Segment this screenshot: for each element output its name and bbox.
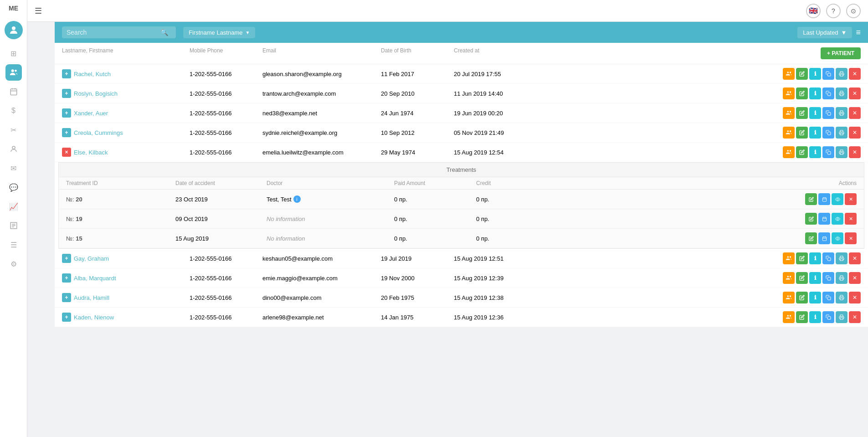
print-button[interactable] xyxy=(836,146,847,158)
patients-icon[interactable] xyxy=(5,64,22,81)
treatment-calendar-button[interactable] xyxy=(818,193,830,205)
copy-button[interactable] xyxy=(822,272,834,284)
expand-button[interactable]: + xyxy=(62,273,71,283)
doctor-info-icon[interactable]: i xyxy=(293,195,301,203)
group-button[interactable] xyxy=(783,311,795,323)
language-button[interactable]: 🇬🇧 xyxy=(806,4,821,18)
group-button[interactable] xyxy=(783,68,795,80)
delete-button[interactable]: ✕ xyxy=(849,87,861,99)
filter-icon[interactable]: ≡ xyxy=(856,28,861,37)
list-icon[interactable]: ☰ xyxy=(5,236,22,253)
expand-button[interactable]: + xyxy=(62,69,71,78)
copy-button[interactable] xyxy=(822,127,834,139)
expand-button[interactable]: + xyxy=(62,254,71,263)
reports-icon[interactable] xyxy=(5,217,22,234)
print-button[interactable] xyxy=(836,68,847,80)
info-button[interactable]: ℹ xyxy=(809,252,821,264)
mail-icon[interactable]: ✉ xyxy=(5,160,22,176)
delete-button[interactable]: ✕ xyxy=(849,127,861,139)
group-button[interactable] xyxy=(783,292,795,303)
info-button[interactable]: ℹ xyxy=(809,68,821,80)
edit-button[interactable] xyxy=(796,311,808,323)
group-button[interactable] xyxy=(783,272,795,284)
edit-button[interactable] xyxy=(796,127,808,139)
group-button[interactable] xyxy=(783,107,795,119)
dashboard-icon[interactable]: ⊞ xyxy=(5,45,22,62)
treatment-view-button[interactable] xyxy=(832,232,843,244)
info-button[interactable]: ℹ xyxy=(809,107,821,119)
expand-button[interactable]: + xyxy=(62,313,71,322)
calendar-icon[interactable] xyxy=(5,83,22,100)
patient-name-link[interactable]: Creola, Cummings xyxy=(74,129,123,136)
hamburger-button[interactable]: ☰ xyxy=(35,6,42,16)
info-button[interactable]: ℹ xyxy=(809,146,821,158)
treatment-delete-button[interactable]: ✕ xyxy=(845,193,857,205)
search-input[interactable] xyxy=(67,29,158,36)
edit-button[interactable] xyxy=(796,272,808,284)
patient-name-link[interactable]: Kaden, Nienow xyxy=(74,314,114,321)
treatment-calendar-button[interactable] xyxy=(818,213,830,225)
print-button[interactable] xyxy=(836,87,847,99)
help-button[interactable]: ? xyxy=(826,4,841,18)
copy-button[interactable] xyxy=(822,252,834,264)
treatment-edit-button[interactable] xyxy=(805,213,817,225)
treatment-calendar-button[interactable] xyxy=(818,232,830,244)
expand-button[interactable]: + xyxy=(62,108,71,118)
patient-name-link[interactable]: Roslyn, Bogisich xyxy=(74,90,118,97)
print-button[interactable] xyxy=(836,252,847,264)
treatment-delete-button[interactable]: ✕ xyxy=(845,232,857,244)
print-button[interactable] xyxy=(836,107,847,119)
info-button[interactable]: ℹ xyxy=(809,127,821,139)
treatment-view-button[interactable] xyxy=(832,193,843,205)
copy-button[interactable] xyxy=(822,292,834,303)
edit-button[interactable] xyxy=(796,292,808,303)
copy-button[interactable] xyxy=(822,107,834,119)
patient-name-link[interactable]: Else, Kilback xyxy=(74,149,108,156)
expand-button[interactable]: × xyxy=(62,148,71,157)
info-button[interactable]: ℹ xyxy=(809,292,821,303)
print-button[interactable] xyxy=(836,127,847,139)
user-menu-button[interactable]: ⊙ xyxy=(846,4,861,18)
edit-button[interactable] xyxy=(796,68,808,80)
print-button[interactable] xyxy=(836,272,847,284)
expand-button[interactable]: + xyxy=(62,293,71,302)
copy-button[interactable] xyxy=(822,146,834,158)
edit-button[interactable] xyxy=(796,87,808,99)
billing-icon[interactable]: $ xyxy=(5,103,22,119)
sort-dropdown[interactable]: Firstname Lastname ▼ xyxy=(183,27,255,38)
patient-name-link[interactable]: Audra, Hamill xyxy=(74,294,109,301)
copy-button[interactable] xyxy=(822,68,834,80)
delete-button[interactable]: ✕ xyxy=(849,292,861,303)
expand-button[interactable]: + xyxy=(62,89,71,98)
info-button[interactable]: ℹ xyxy=(809,272,821,284)
patient-name-link[interactable]: Xander, Auer xyxy=(74,110,108,117)
edit-button[interactable] xyxy=(796,252,808,264)
group-button[interactable] xyxy=(783,252,795,264)
scissors-icon[interactable]: ✂ xyxy=(5,122,22,138)
print-button[interactable] xyxy=(836,311,847,323)
profile-icon[interactable] xyxy=(5,141,22,157)
copy-button[interactable] xyxy=(822,311,834,323)
delete-button[interactable]: ✕ xyxy=(849,272,861,284)
delete-button[interactable]: ✕ xyxy=(849,252,861,264)
print-button[interactable] xyxy=(836,292,847,303)
expand-button[interactable]: + xyxy=(62,128,71,137)
chat-icon[interactable]: 💬 xyxy=(5,179,22,195)
settings-icon[interactable]: ⚙ xyxy=(5,256,22,272)
copy-button[interactable] xyxy=(822,87,834,99)
info-button[interactable]: ℹ xyxy=(809,87,821,99)
delete-button[interactable]: ✕ xyxy=(849,107,861,119)
patient-name-link[interactable]: Alba, Marquardt xyxy=(74,275,116,282)
edit-button[interactable] xyxy=(796,146,808,158)
treatment-delete-button[interactable]: ✕ xyxy=(845,213,857,225)
group-button[interactable] xyxy=(783,127,795,139)
treatment-view-button[interactable] xyxy=(832,213,843,225)
info-button[interactable]: ℹ xyxy=(809,311,821,323)
treatment-edit-button[interactable] xyxy=(805,193,817,205)
add-patient-button[interactable]: + PATIENT xyxy=(821,47,861,59)
analytics-icon[interactable]: 📈 xyxy=(5,198,22,215)
delete-button[interactable]: ✕ xyxy=(849,311,861,323)
group-button[interactable] xyxy=(783,87,795,99)
patient-name-link[interactable]: Rachel, Kutch xyxy=(74,71,111,77)
edit-button[interactable] xyxy=(796,107,808,119)
